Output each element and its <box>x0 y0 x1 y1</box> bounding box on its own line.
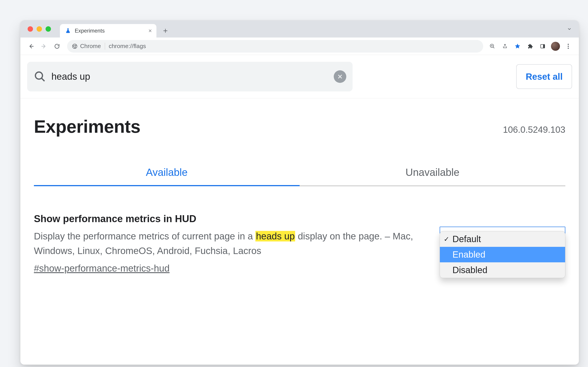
tab-available[interactable]: Available <box>34 166 300 186</box>
tab-unavailable[interactable]: Unavailable <box>300 166 565 186</box>
window-close-button[interactable] <box>28 26 33 32</box>
option-default[interactable]: ✓ Default <box>440 231 565 247</box>
flag-anchor-link[interactable]: #show-performance-metrics-hud <box>34 263 170 274</box>
bookmark-star-icon[interactable] <box>511 40 524 52</box>
tab-unavailable-label: Unavailable <box>406 167 459 178</box>
check-icon: ✓ <box>443 235 450 243</box>
svg-point-7 <box>568 48 569 49</box>
svg-point-0 <box>72 44 77 49</box>
chrome-icon <box>72 44 77 49</box>
tab-list-button[interactable] <box>565 25 573 33</box>
site-chip: Chrome <box>72 43 105 50</box>
svg-point-8 <box>35 72 43 79</box>
extensions-icon[interactable] <box>524 40 536 52</box>
back-button[interactable] <box>25 40 37 52</box>
share-icon[interactable] <box>499 40 511 52</box>
zoom-icon[interactable] <box>486 40 499 52</box>
window-minimize-button[interactable] <box>37 26 42 32</box>
browser-tab[interactable]: Experiments <box>60 24 156 38</box>
flag-text: Show performance metrics in HUD Display … <box>34 213 426 274</box>
window-maximize-button[interactable] <box>46 26 51 32</box>
flag-description: Display the performance metrics of curre… <box>34 229 426 258</box>
tab-title: Experiments <box>75 28 143 34</box>
omnibox[interactable]: Chrome chrome://flags <box>67 40 483 53</box>
profile-avatar[interactable] <box>551 42 560 51</box>
clear-search-icon[interactable] <box>334 70 346 83</box>
window-controls <box>25 26 60 38</box>
svg-rect-4 <box>543 44 545 48</box>
reload-button[interactable] <box>51 40 63 52</box>
site-chip-label: Chrome <box>80 43 101 50</box>
flag-select[interactable]: ✓ Default Enabled Disabled <box>440 231 565 278</box>
flag-title: Show performance metrics in HUD <box>34 213 426 224</box>
svg-point-6 <box>568 46 569 47</box>
side-panel-icon[interactable] <box>537 40 549 52</box>
page-header: Experiments 106.0.5249.103 <box>20 98 579 137</box>
toolbar-right <box>486 40 574 52</box>
version-label: 106.0.5249.103 <box>503 125 565 135</box>
dropdown-menu: ✓ Default Enabled Disabled <box>440 231 565 278</box>
forward-button[interactable] <box>38 40 50 52</box>
search-input[interactable] <box>51 71 328 82</box>
tab-available-label: Available <box>146 167 188 178</box>
reset-all-button[interactable]: Reset all <box>516 64 572 89</box>
flag-tabs: Available Unavailable <box>34 166 565 186</box>
search-box[interactable] <box>27 62 353 92</box>
search-row: Reset all <box>20 55 579 98</box>
kebab-menu-icon[interactable] <box>562 40 574 52</box>
highlight: heads up <box>255 231 295 242</box>
page-content: Reset all Experiments 106.0.5249.103 Ava… <box>20 55 579 365</box>
browser-window: Experiments <box>20 20 579 365</box>
option-enabled-label: Enabled <box>452 250 485 260</box>
page-title: Experiments <box>34 116 140 137</box>
tab-strip: Experiments <box>20 20 579 38</box>
option-enabled[interactable]: Enabled <box>440 247 565 262</box>
option-disabled[interactable]: Disabled <box>440 262 565 278</box>
reset-all-label: Reset all <box>526 72 563 82</box>
flag-item: Show performance metrics in HUD Display … <box>34 213 565 278</box>
new-tab-button[interactable] <box>161 26 170 36</box>
option-disabled-label: Disabled <box>452 265 487 275</box>
flask-icon <box>65 28 71 34</box>
tab-close-icon[interactable] <box>147 28 153 34</box>
option-default-label: Default <box>452 234 481 244</box>
search-icon <box>34 71 46 83</box>
omnibox-url: chrome://flags <box>109 43 146 50</box>
toolbar: Chrome chrome://flags <box>20 38 579 55</box>
svg-point-5 <box>568 44 569 45</box>
